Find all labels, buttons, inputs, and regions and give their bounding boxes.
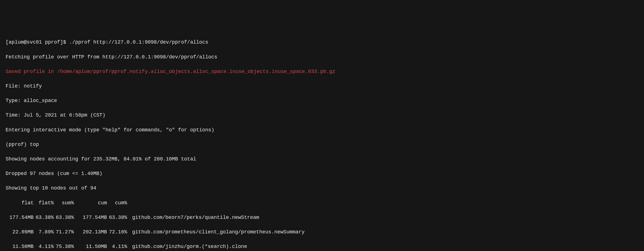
table-row: 11.50MB4.11%75.38%11.50MB4.11%github.com… bbox=[6, 243, 644, 250]
cell-flat: 11.50MB bbox=[6, 243, 34, 250]
type-line: Type: alloc_space bbox=[6, 97, 644, 104]
file-line: File: notify bbox=[6, 82, 644, 90]
cell-cum: 11.50MB bbox=[79, 243, 107, 250]
cell-sum-percent: 63.38% bbox=[54, 214, 74, 221]
showing-top-line: Showing top 10 nodes out of 94 bbox=[6, 184, 644, 192]
time-line: Time: Jul 5, 2021 at 6:58pm (CST) bbox=[6, 112, 644, 119]
cell-function: github.com/prometheus/client_golang/prom… bbox=[127, 228, 305, 236]
cell-flat-percent: 63.38% bbox=[34, 214, 54, 221]
header-flat-percent: flat% bbox=[34, 199, 54, 207]
cell-cum-percent: 4.11% bbox=[107, 243, 127, 250]
terminal-output[interactable]: [aplum@svc01 pprof]$ ./pprof http://127.… bbox=[6, 31, 644, 251]
table-row: 22.09MB7.89%71.27%202.13MB72.16%github.c… bbox=[6, 228, 644, 236]
header-flat: flat bbox=[6, 199, 34, 207]
pprof-top-line: (pprof) top bbox=[6, 141, 644, 148]
cell-flat-percent: 4.11% bbox=[34, 243, 54, 250]
cell-function: github.com/beorn7/perks/quantile.newStre… bbox=[127, 214, 259, 221]
header-sum-percent: sum% bbox=[54, 199, 74, 207]
cell-flat: 22.09MB bbox=[6, 228, 34, 236]
entering-mode-line: Entering interactive mode (type "help" f… bbox=[6, 126, 644, 134]
cell-cum-percent: 72.16% bbox=[107, 228, 127, 236]
cell-function: github.com/jinzhu/gorm.(*search).clone bbox=[127, 243, 247, 250]
header-cum: cum bbox=[79, 199, 107, 207]
showing-nodes-line: Showing nodes accounting for 235.32MB, 8… bbox=[6, 155, 644, 163]
shell-prompt-line: [aplum@svc01 pprof]$ ./pprof http://127.… bbox=[6, 39, 644, 46]
saved-profile-line: Saved profile in /home/aplum/pprof/pprof… bbox=[6, 68, 644, 75]
fetching-line: Fetching profile over HTTP from http://1… bbox=[6, 53, 644, 61]
cell-cum: 177.54MB bbox=[79, 214, 107, 221]
table-row: 177.54MB63.38%63.38%177.54MB63.38%github… bbox=[6, 214, 644, 221]
cell-sum-percent: 75.38% bbox=[54, 243, 74, 250]
cell-cum: 202.13MB bbox=[79, 228, 107, 236]
table-header: flatflat%sum%cumcum% bbox=[6, 199, 644, 207]
cell-flat-percent: 7.89% bbox=[34, 228, 54, 236]
cell-sum-percent: 71.27% bbox=[54, 228, 74, 236]
cell-cum-percent: 63.38% bbox=[107, 214, 127, 221]
cell-flat: 177.54MB bbox=[6, 214, 34, 221]
dropped-nodes-line: Dropped 97 nodes (cum <= 1.40MB) bbox=[6, 170, 644, 177]
header-cum-percent: cum% bbox=[107, 199, 127, 207]
